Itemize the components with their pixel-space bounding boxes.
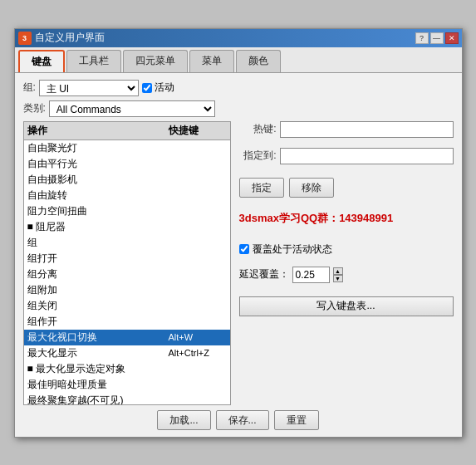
app-icon: 3 — [18, 32, 32, 45]
close-button[interactable]: ✕ — [445, 32, 459, 44]
main-window: 3 自定义用户界面 ? — ✕ 键盘 工具栏 四元菜单 菜单 颜色 组: 主 U… — [14, 28, 463, 438]
list-item[interactable]: ■ 最大化显示选定对象 — [24, 361, 230, 377]
list-item-name: 最大化视口切换 — [27, 330, 169, 345]
tab-toolbar[interactable]: 工具栏 — [66, 50, 121, 72]
right-panel: 热键: 指定到: 指定 移除 3dsmax学习QQ群：143948991 覆盖处… — [239, 121, 454, 405]
list-item-name: 自由摄影机 — [27, 173, 169, 187]
list-item[interactable]: 最大化视口切换Alt+W — [24, 330, 230, 345]
cover-checkbox[interactable] — [239, 244, 249, 254]
header-shortcut: 快捷键 — [169, 124, 227, 138]
list-item-name: 组关闭 — [27, 299, 169, 313]
cover-label: 覆盖处于活动状态 — [253, 242, 332, 257]
hotkey-label: 热键: — [239, 122, 277, 136]
list-item-name: 自由聚光灯 — [27, 141, 169, 155]
left-panel: 操作 快捷键 自由聚光灯自由平行光自由摄影机自由旋转阻力空间扭曲■ 阻尼器组组打… — [23, 121, 231, 405]
assign-to-row: 指定到: — [239, 148, 454, 164]
list-item-name: 阻力空间扭曲 — [27, 204, 169, 218]
list-item[interactable]: 组关闭 — [24, 298, 230, 314]
tab-quad-menu[interactable]: 四元菜单 — [123, 50, 188, 72]
group-row: 组: 主 UI 活动 — [23, 80, 454, 96]
category-select[interactable]: All Commands — [49, 100, 215, 117]
delay-spinner[interactable]: ▲ ▼ — [333, 267, 343, 282]
list-item-name: ■ 最大化显示选定对象 — [27, 362, 169, 376]
spin-down[interactable]: ▼ — [333, 275, 343, 282]
save-button[interactable]: 保存... — [216, 410, 269, 430]
list-item-name: 组作开 — [27, 315, 169, 329]
hotkey-row: 热键: — [239, 121, 454, 138]
window-title: 自定义用户界面 — [35, 31, 105, 45]
category-row: 类别: All Commands — [23, 100, 454, 117]
list-item[interactable]: 组作开 — [24, 314, 230, 330]
list-item[interactable]: 自由聚光灯 — [24, 140, 230, 156]
list-item[interactable]: 自由平行光 — [24, 156, 230, 172]
assign-to-label: 指定到: — [239, 149, 277, 163]
group-select[interactable]: 主 UI — [39, 80, 139, 96]
list-item[interactable]: 组打开 — [24, 251, 230, 267]
list-item-name: ■ 阻尼器 — [27, 220, 169, 234]
minimize-button[interactable]: — — [430, 32, 444, 44]
tabs-bar: 键盘 工具栏 四元菜单 菜单 颜色 — [15, 47, 462, 73]
list-item[interactable]: 自由摄影机 — [24, 172, 230, 188]
delay-row: 延迟覆盖： ▲ ▼ — [239, 267, 454, 283]
list-item-shortcut: Alt+Ctrl+Z — [169, 348, 227, 358]
reset-button[interactable]: 重置 — [274, 410, 319, 430]
list-item-name: 自由平行光 — [27, 157, 169, 171]
list-item-name: 组附加 — [27, 283, 169, 297]
active-checkbox-label: 活动 — [142, 81, 174, 95]
watermark-text: 3dsmax学习QQ群：143948991 — [239, 211, 454, 226]
cover-row: 覆盖处于活动状态 — [239, 242, 454, 257]
list-item[interactable]: ■ 阻尼器 — [24, 219, 230, 235]
list-item-name: 最大化显示 — [27, 346, 169, 360]
assign-button[interactable]: 指定 — [239, 178, 284, 198]
hotkey-input[interactable] — [280, 121, 454, 138]
list-item-shortcut: Alt+W — [169, 332, 227, 342]
list-item-name: 组打开 — [27, 252, 169, 266]
list-item[interactable]: 阻力空间扭曲 — [24, 203, 230, 219]
remove-button[interactable]: 移除 — [289, 178, 334, 198]
tab-menu[interactable]: 菜单 — [189, 50, 234, 72]
list-item[interactable]: 组分离 — [24, 267, 230, 282]
write-button[interactable]: 写入键盘表... — [239, 296, 454, 316]
delay-label: 延迟覆盖： — [239, 267, 289, 281]
header-action: 操作 — [27, 124, 169, 138]
load-button[interactable]: 加载... — [157, 410, 210, 430]
list-item[interactable]: 最终聚集穿越(不可见) — [24, 393, 230, 405]
main-layout: 操作 快捷键 自由聚光灯自由平行光自由摄影机自由旋转阻力空间扭曲■ 阻尼器组组打… — [23, 121, 454, 405]
list-item-name: 最佳明暗处理质量 — [27, 378, 169, 392]
list-item-name: 组 — [27, 236, 169, 250]
list-item[interactable]: 组附加 — [24, 282, 230, 298]
list-header: 操作 快捷键 — [23, 121, 231, 140]
list-item[interactable]: 最大化显示Alt+Ctrl+Z — [24, 345, 230, 361]
command-list[interactable]: 自由聚光灯自由平行光自由摄影机自由旋转阻力空间扭曲■ 阻尼器组组打开组分离组附加… — [23, 140, 231, 405]
list-item-name: 自由旋转 — [27, 188, 169, 203]
bottom-row: 加载... 保存... 重置 — [23, 410, 454, 430]
list-item[interactable]: 组 — [24, 235, 230, 251]
list-item-name: 最终聚集穿越(不可见) — [27, 394, 169, 405]
active-checkbox[interactable] — [142, 83, 152, 93]
tab-keyboard[interactable]: 键盘 — [18, 50, 65, 72]
title-buttons: ? — ✕ — [415, 32, 459, 44]
list-item[interactable]: 自由旋转 — [24, 188, 230, 203]
help-button[interactable]: ? — [415, 32, 429, 44]
tab-color[interactable]: 颜色 — [236, 50, 281, 72]
content-area: 组: 主 UI 活动 类别: All Commands 操作 快捷键 — [15, 73, 462, 437]
category-label: 类别: — [23, 101, 46, 115]
list-item-name: 组分离 — [27, 267, 169, 281]
active-label: 活动 — [155, 81, 174, 95]
group-label: 组: — [23, 81, 36, 95]
delay-input[interactable] — [292, 267, 330, 283]
list-item[interactable]: 最佳明暗处理质量 — [24, 377, 230, 393]
spin-up[interactable]: ▲ — [333, 267, 343, 275]
title-bar: 3 自定义用户界面 ? — ✕ — [15, 29, 462, 47]
assign-to-input[interactable] — [280, 148, 454, 164]
title-bar-left: 3 自定义用户界面 — [18, 31, 105, 45]
assign-remove-row: 指定 移除 — [239, 178, 454, 198]
